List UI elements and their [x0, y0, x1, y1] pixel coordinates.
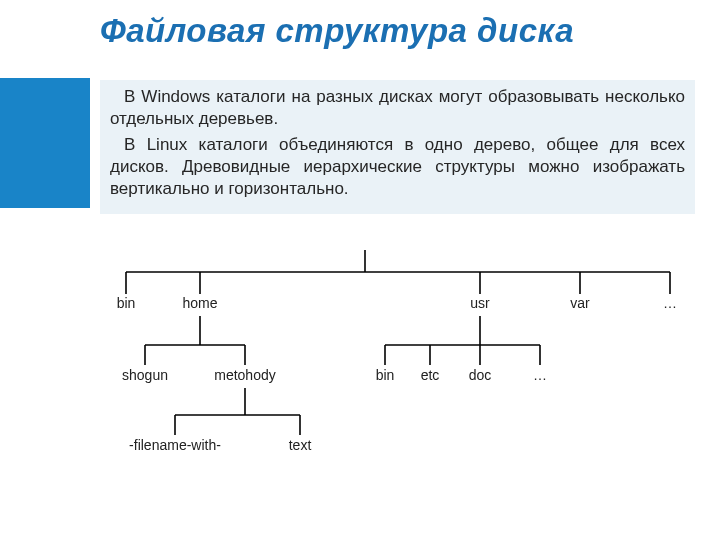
tree-node-home: home — [182, 295, 217, 311]
tree-node-metohody: metohody — [214, 367, 275, 383]
slide-title: Файловая структура диска — [100, 12, 700, 50]
paragraph-windows: В Windows каталоги на разных дисках могу… — [110, 86, 685, 130]
tree-node-var: var — [570, 295, 590, 311]
tree-node-dots: … — [663, 295, 677, 311]
tree-node-usr-etc: etc — [421, 367, 440, 383]
body-text-block: В Windows каталоги на разных дисках могу… — [100, 80, 695, 214]
tree-node-file2: text — [289, 437, 312, 453]
tree-node-usr-dots: … — [533, 367, 547, 383]
tree-node-usr: usr — [470, 295, 490, 311]
tree-node-file1: -filename-with- — [129, 437, 221, 453]
tree-node-shogun: shogun — [122, 367, 168, 383]
paragraph-linux: В Linux каталоги объединяются в одно дер… — [110, 134, 685, 200]
tree-node-usr-bin: bin — [376, 367, 395, 383]
tree-diagram: bin home usr var … shogun metohody -file… — [100, 250, 700, 510]
side-accent-rect — [0, 78, 90, 208]
tree-node-usr-doc: doc — [469, 367, 492, 383]
tree-node-bin: bin — [117, 295, 136, 311]
